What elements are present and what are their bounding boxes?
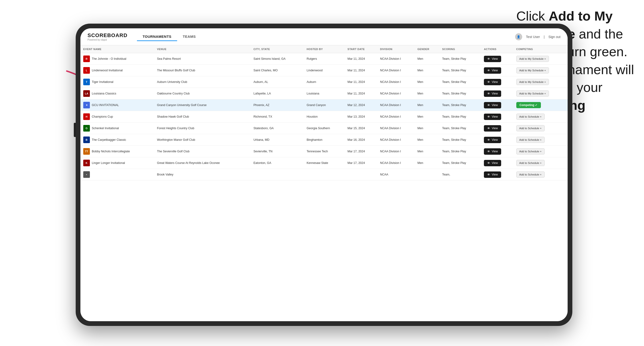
competing-cell: Add to Schedule + (514, 169, 568, 180)
actions-cell: 👁 View (481, 76, 513, 88)
city-state-cell: Urbana, MD (251, 134, 304, 146)
table-header-row: EVENT NAME VENUE CITY, STATE HOSTED BY S… (80, 45, 568, 53)
add-to-schedule-button[interactable]: Add to My Schedule + (516, 56, 549, 62)
hosted-by-cell: Houston (304, 111, 344, 123)
powered-by: Powered by clippd (88, 38, 128, 41)
event-name-cell: T Tiger Invitational (80, 76, 154, 88)
eye-icon: 👁 (487, 115, 490, 119)
user-avatar: 👤 (515, 33, 522, 40)
start-date-cell: Mar 15, 2024 (344, 123, 377, 134)
add-to-schedule-button[interactable]: Add to Schedule + (516, 160, 545, 166)
event-name: The Carpetbagger Classic (92, 138, 126, 142)
school-logo: L (83, 67, 90, 74)
event-name: Tiger Invitational (92, 80, 113, 84)
add-to-schedule-button[interactable]: Add to My Schedule + (516, 90, 549, 97)
col-city-state: CITY, STATE (251, 45, 304, 53)
tournaments-table-container: EVENT NAME VENUE CITY, STATE HOSTED BY S… (80, 45, 568, 321)
view-button[interactable]: 👁 View (484, 137, 501, 143)
col-gender: GENDER (414, 45, 439, 53)
event-name: Schenkel Invitational (92, 127, 119, 130)
event-name-cell: K Linger Longer Invitational (80, 157, 154, 169)
school-logo: H (83, 113, 90, 120)
school-logo: R (83, 55, 90, 62)
logo-area: SCOREBOARD Powered by clippd (88, 32, 128, 41)
tab-tournaments[interactable]: TOURNAMENTS (137, 33, 177, 41)
header-right: 👤 Test User | Sign out (515, 33, 560, 40)
hosted-by-cell: Auburn (304, 76, 344, 88)
scoring-cell: Team, Stroke Play (439, 157, 481, 169)
city-state-cell: Lafayette, LA (251, 88, 304, 99)
col-start-date: START DATE (344, 45, 377, 53)
division-cell: NCAA Division I (377, 76, 414, 88)
logo-text: SCOREBOARD (88, 32, 128, 38)
hosted-by-cell: Binghamton (304, 134, 344, 146)
venue-cell: Forest Heights Country Club (154, 123, 251, 134)
view-button[interactable]: 👁 View (484, 160, 501, 166)
venue-cell: Brook Valley (154, 169, 251, 180)
tablet-frame: SCOREBOARD Powered by clippd TOURNAMENTS… (76, 24, 572, 326)
add-to-schedule-button[interactable]: Add to My Schedule + (516, 67, 549, 73)
col-division: DIVISION (377, 45, 414, 53)
gender-cell: Men (414, 134, 439, 146)
view-button[interactable]: 👁 View (484, 148, 501, 155)
view-button[interactable]: 👁 View (484, 67, 501, 74)
eye-icon: 👁 (487, 57, 490, 61)
competing-cell: Add to Schedule + (514, 146, 568, 157)
gender-cell: Men (414, 99, 439, 111)
view-button[interactable]: 👁 View (484, 56, 501, 62)
actions-cell: 👁 View (481, 99, 513, 111)
sign-out-link[interactable]: Sign out (548, 35, 560, 39)
division-cell: NCAA Division I (377, 88, 414, 99)
add-to-schedule-button[interactable]: Add to My Schedule + (516, 79, 549, 85)
division-cell: NCAA Division I (377, 53, 414, 65)
table-row: R The Johnnie - O Individual Sea Palms R… (80, 53, 568, 65)
view-button[interactable]: 👁 View (484, 125, 501, 132)
view-button[interactable]: 👁 View (484, 102, 501, 108)
add-to-schedule-button[interactable]: Add to Schedule + (516, 114, 545, 120)
actions-cell: 👁 View (481, 146, 513, 157)
gender-cell: Men (414, 88, 439, 99)
view-button[interactable]: 👁 View (484, 79, 501, 85)
eye-icon: 👁 (487, 173, 490, 176)
school-logo: • (83, 171, 90, 178)
scoring-cell: Team, Stroke Play (439, 146, 481, 157)
tab-teams[interactable]: TEAMS (177, 33, 202, 41)
hosted-by-cell: Lindenwood (304, 65, 344, 76)
start-date-cell: Mar 11, 2024 (344, 53, 377, 65)
event-name-cell: TT Bobby Nichols Intercollegiate (80, 146, 154, 157)
competing-cell: Competing ✓ (514, 99, 568, 111)
hosted-by-cell: Tennessee Tech (304, 146, 344, 157)
add-to-schedule-button[interactable]: Add to Schedule + (516, 137, 545, 143)
eye-icon: 👁 (487, 69, 490, 72)
actions-cell: 👁 View (481, 53, 513, 65)
table-row: • Brook Valley NCAA Team, 👁 View Add to … (80, 169, 568, 180)
view-button[interactable]: 👁 View (484, 172, 501, 178)
school-logo: G (83, 125, 90, 132)
user-name: Test User (526, 35, 540, 39)
start-date-cell: Mar 17, 2024 (344, 157, 377, 169)
event-name-cell: H Champions Cup (80, 111, 154, 123)
app-header: SCOREBOARD Powered by clippd TOURNAMENTS… (80, 28, 568, 45)
add-to-schedule-button[interactable]: Add to Schedule + (516, 148, 545, 155)
school-logo: B (83, 137, 90, 143)
event-name: Linger Longer Invitational (92, 161, 125, 165)
view-button[interactable]: 👁 View (484, 114, 501, 120)
actions-cell: 👁 View (481, 134, 513, 146)
hosted-by-cell: Rutgers (304, 53, 344, 65)
competing-cell: Add to My Schedule + (514, 53, 568, 65)
gender-cell: Men (414, 146, 439, 157)
competing-button[interactable]: Competing ✓ (516, 102, 541, 108)
view-button[interactable]: 👁 View (484, 90, 501, 97)
table-row: LA Louisiana Classics Oakbourne Country … (80, 88, 568, 99)
add-to-schedule-button[interactable]: Add to Schedule + (516, 125, 545, 131)
hosted-by-cell: Grand Canyon (304, 99, 344, 111)
competing-cell: Add to My Schedule + (514, 76, 568, 88)
tablet-side-button (74, 123, 76, 137)
city-state-cell: Auburn, AL (251, 76, 304, 88)
add-to-schedule-button[interactable]: Add to Schedule + (516, 172, 545, 177)
hosted-by-cell (304, 169, 344, 180)
table-row: TT Bobby Nichols Intercollegiate The Sev… (80, 146, 568, 157)
venue-cell: The Sevierville Golf Club (154, 146, 251, 157)
tablet-screen: SCOREBOARD Powered by clippd TOURNAMENTS… (80, 28, 568, 321)
hosted-by-cell: Georgia Southern (304, 123, 344, 134)
